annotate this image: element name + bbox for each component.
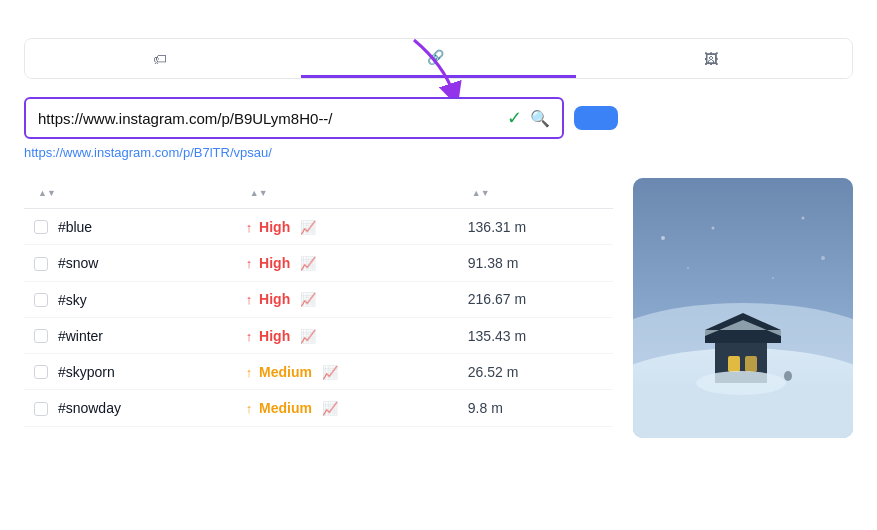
difficulty-label: Medium xyxy=(259,400,312,416)
instagram-image xyxy=(633,178,853,438)
trend-chart-icon[interactable]: 📈 xyxy=(300,220,316,235)
table-row: #blue ↑ High 📈 136.31 m xyxy=(24,209,613,245)
svg-point-16 xyxy=(784,371,792,381)
trend-chart-icon[interactable]: 📈 xyxy=(300,256,316,271)
tag-icon: 🏷 xyxy=(153,51,167,67)
hashtag-cell: #snowday xyxy=(24,390,236,426)
example-text: https://www.instagram.com/p/B7lTR/vpsau/ xyxy=(24,145,853,160)
hashtag-cell: #snow xyxy=(24,245,236,281)
svg-point-10 xyxy=(661,236,665,240)
trend-chart-icon[interactable]: 📈 xyxy=(322,365,338,380)
search-icon[interactable]: 🔍 xyxy=(530,109,550,128)
link-icon: 🔗 xyxy=(427,49,444,65)
svg-point-12 xyxy=(687,267,689,269)
hashtag-cell: #skyporn xyxy=(24,354,236,390)
hashtag-checkbox[interactable] xyxy=(34,293,48,307)
svg-point-13 xyxy=(821,256,825,260)
sort-difficulty[interactable]: ▲▼ xyxy=(250,189,268,198)
trend-chart-icon[interactable]: 📈 xyxy=(300,329,316,344)
difficulty-cell: ↑ Medium 📈 xyxy=(236,354,458,390)
sort-hashtag[interactable]: ▲▼ xyxy=(38,189,56,198)
table-row: #snow ↑ High 📈 91.38 m xyxy=(24,245,613,281)
hashtag-name: #snow xyxy=(58,256,98,272)
table-row: #sky ↑ High 📈 216.67 m xyxy=(24,281,613,317)
hashtag-table: ▲▼ ▲▼ ▲▼ #blue ↑ xyxy=(24,178,613,427)
trend-chart-icon[interactable]: 📈 xyxy=(322,401,338,416)
difficulty-cell: ↑ Medium 📈 xyxy=(236,390,458,426)
svg-rect-7 xyxy=(745,356,757,372)
hashtag-cell: #blue xyxy=(24,209,236,245)
svg-point-15 xyxy=(772,277,774,279)
volume-cell: 26.52 m xyxy=(458,354,613,390)
difficulty-label: High xyxy=(259,219,290,235)
hashtag-name: #snowday xyxy=(58,401,121,417)
difficulty-label: Medium xyxy=(259,364,312,380)
hashtag-checkbox[interactable] xyxy=(34,220,48,234)
hashtag-checkbox[interactable] xyxy=(34,402,48,416)
tab-url[interactable]: 🔗 xyxy=(301,39,577,78)
table-row: #winter ↑ High 📈 135.43 m xyxy=(24,317,613,353)
hashtag-name: #winter xyxy=(58,328,103,344)
tab-bar: 🏷 🔗 🖼 xyxy=(24,38,853,79)
example-link[interactable]: https://www.instagram.com/p/B7lTR/vpsau/ xyxy=(24,145,272,160)
volume-cell: 91.38 m xyxy=(458,245,613,281)
hashtag-checkbox[interactable] xyxy=(34,329,48,343)
tab-photo[interactable]: 🖼 xyxy=(576,39,852,78)
volume-cell: 216.67 m xyxy=(458,281,613,317)
hashtag-cell: #winter xyxy=(24,317,236,353)
col-hashtag: ▲▼ xyxy=(24,178,236,209)
svg-point-11 xyxy=(802,217,805,220)
trend-chart-icon[interactable]: 📈 xyxy=(300,292,316,307)
difficulty-arrow-icon: ↑ xyxy=(246,292,253,307)
url-row: ✓ 🔍 xyxy=(24,97,853,139)
volume-cell: 9.8 m xyxy=(458,390,613,426)
difficulty-arrow-icon: ↑ xyxy=(246,256,253,271)
check-icon: ✓ xyxy=(507,107,522,129)
col-difficulty: ▲▼ xyxy=(236,178,458,209)
svg-point-14 xyxy=(712,227,715,230)
hashtag-checkbox[interactable] xyxy=(34,365,48,379)
volume-cell: 136.31 m xyxy=(458,209,613,245)
photo-icon: 🖼 xyxy=(704,51,718,67)
url-input-wrapper: ✓ 🔍 xyxy=(24,97,564,139)
difficulty-arrow-icon: ↑ xyxy=(246,220,253,235)
col-volume: ▲▼ xyxy=(458,178,613,209)
table-row: #snowday ↑ Medium 📈 9.8 m xyxy=(24,390,613,426)
difficulty-arrow-icon: ↑ xyxy=(246,329,253,344)
difficulty-cell: ↑ High 📈 xyxy=(236,281,458,317)
difficulty-arrow-icon: ↑ xyxy=(246,401,253,416)
difficulty-cell: ↑ High 📈 xyxy=(236,317,458,353)
svg-rect-6 xyxy=(728,356,740,372)
difficulty-label: High xyxy=(259,255,290,271)
volume-cell: 135.43 m xyxy=(458,317,613,353)
hashtag-name: #blue xyxy=(58,219,92,235)
difficulty-arrow-icon: ↑ xyxy=(246,365,253,380)
hashtag-table-section: ▲▼ ▲▼ ▲▼ #blue ↑ xyxy=(24,178,613,438)
tab-keyword[interactable]: 🏷 xyxy=(25,39,301,78)
hashtag-name: #sky xyxy=(58,292,87,308)
url-input[interactable] xyxy=(38,110,501,127)
hashtag-cell: #sky xyxy=(24,281,236,317)
generate-button[interactable] xyxy=(574,106,618,130)
difficulty-label: High xyxy=(259,328,290,344)
svg-rect-3 xyxy=(633,388,853,438)
main-content: ▲▼ ▲▼ ▲▼ #blue ↑ xyxy=(24,178,853,438)
hashtag-checkbox[interactable] xyxy=(34,257,48,271)
svg-point-9 xyxy=(696,371,786,395)
difficulty-cell: ↑ High 📈 xyxy=(236,209,458,245)
instagram-image-section xyxy=(633,178,853,438)
sort-volume[interactable]: ▲▼ xyxy=(472,189,490,198)
input-section: ✓ 🔍 xyxy=(24,97,853,139)
table-row: #skyporn ↑ Medium 📈 26.52 m xyxy=(24,354,613,390)
difficulty-cell: ↑ High 📈 xyxy=(236,245,458,281)
difficulty-label: High xyxy=(259,291,290,307)
hashtag-name: #skyporn xyxy=(58,364,115,380)
